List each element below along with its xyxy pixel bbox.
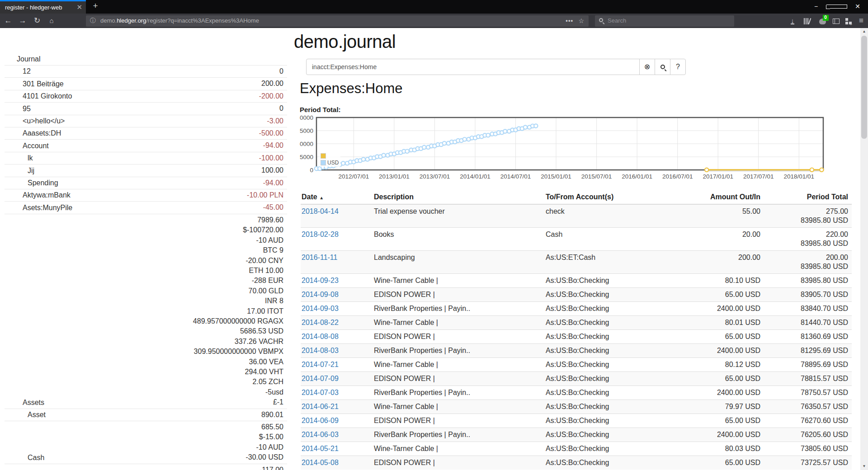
home-button[interactable]: ⌂ bbox=[45, 14, 58, 28]
cell-description: Landscaping bbox=[373, 251, 545, 274]
extension-badge: 0 bbox=[823, 15, 829, 21]
close-button[interactable]: ✕ bbox=[847, 0, 868, 13]
register-row[interactable]: 2014-05-21Wine-Tarner Cable |As:US:Bo:Ch… bbox=[301, 442, 852, 456]
sidebar-account-link[interactable]: 4101 Girokonto bbox=[23, 91, 72, 101]
sidebar-account-link[interactable]: Asets:MunyPile bbox=[23, 203, 72, 213]
balance-amount: 2.05 ZCH bbox=[123, 377, 283, 387]
register-row[interactable]: 2014-09-03RiverBank Properties | Payin..… bbox=[301, 302, 852, 316]
forward-button[interactable]: → bbox=[16, 14, 29, 28]
register-row[interactable]: 2014-06-03RiverBank Properties | Payin..… bbox=[301, 428, 852, 442]
register-row[interactable]: 2018-02-28BooksCash20.00220.0083985.80 U… bbox=[301, 228, 852, 251]
cell-period-total: 275.0083985.80 USD bbox=[764, 204, 852, 228]
balance-amount: 0 bbox=[123, 66, 283, 76]
sidebar-account-link[interactable]: Spending bbox=[28, 178, 58, 188]
col-header-date[interactable]: Date ▲ bbox=[301, 192, 373, 204]
cell-date: 2014-07-21 bbox=[301, 358, 373, 372]
bookmark-star-icon[interactable]: ☆ bbox=[578, 15, 584, 26]
downloads-icon[interactable]: ↓ bbox=[786, 14, 799, 28]
cell-date: 2014-07-09 bbox=[301, 372, 373, 386]
sidebar-account-link[interactable]: Cash bbox=[28, 453, 44, 463]
transaction-date-link[interactable]: 2014-06-03 bbox=[302, 431, 339, 438]
transaction-date-link[interactable]: 2016-11-11 bbox=[302, 254, 337, 261]
transaction-date-link[interactable]: 2014-06-21 bbox=[302, 403, 339, 410]
minimize-button[interactable]: − bbox=[806, 0, 826, 13]
balance-amount: 5686.53 USD bbox=[123, 326, 283, 336]
cell-date: 2014-08-22 bbox=[301, 316, 373, 330]
register-row[interactable]: 2014-08-08EDISON POWER |As:US:Bo:Checkin… bbox=[301, 330, 852, 344]
transaction-date-link[interactable]: 2014-09-23 bbox=[302, 277, 339, 284]
extension-icon[interactable]: 0 bbox=[816, 14, 829, 28]
search-input[interactable] bbox=[306, 59, 640, 75]
account-balance: -45.00 bbox=[123, 202, 287, 214]
transaction-date-link[interactable]: 2014-08-22 bbox=[302, 319, 339, 326]
transaction-date-link[interactable]: 2014-06-09 bbox=[302, 417, 339, 424]
transaction-date-link[interactable]: 2014-09-08 bbox=[302, 291, 339, 298]
transaction-date-link[interactable]: 2014-09-03 bbox=[302, 305, 339, 312]
col-header-period-total: Period Total bbox=[764, 192, 852, 204]
sidebar-account-link[interactable]: Asset bbox=[28, 410, 46, 420]
transaction-date-link[interactable]: 2014-08-03 bbox=[302, 347, 339, 354]
register-row[interactable]: 2014-09-23Wine-Tarner Cable |As:US:Bo:Ch… bbox=[301, 274, 852, 288]
sidebar-journal-link[interactable]: Journal bbox=[17, 54, 40, 64]
sidebar-account-link[interactable]: Account bbox=[23, 141, 49, 151]
transaction-date-link[interactable]: 2014-05-21 bbox=[302, 445, 339, 452]
transaction-date-link[interactable]: 2014-07-09 bbox=[302, 375, 339, 382]
sidebar-account-link[interactable]: <u>hello</u> bbox=[23, 116, 65, 126]
new-tab-button[interactable]: + bbox=[90, 1, 101, 11]
sidebar-account-link[interactable]: Assets bbox=[23, 398, 44, 408]
period-total-line: 76270.60 USD bbox=[765, 416, 848, 425]
library-icon[interactable] bbox=[800, 14, 814, 28]
transaction-date-link[interactable]: 2014-05-08 bbox=[302, 459, 339, 466]
period-total-line: 73805.60 USD bbox=[765, 444, 848, 453]
register-row[interactable]: 2014-08-03RiverBank Properties | Payin..… bbox=[301, 344, 852, 358]
register-row[interactable]: 2014-06-21Wine-Tarner Cable |As:US:Bo:Ch… bbox=[301, 400, 852, 414]
register-row[interactable]: 2016-11-11LandscapingAs:US:ET:Cash200.00… bbox=[301, 251, 852, 274]
browser-tab[interactable]: register - hledger-web ✕ bbox=[0, 0, 86, 14]
account-balance: 100.00 bbox=[123, 164, 287, 177]
site-info-icon[interactable]: ⓘ bbox=[90, 15, 96, 26]
sidebar-account-link[interactable]: 95 bbox=[23, 104, 31, 114]
tab-title: register - hledger-web bbox=[5, 4, 71, 11]
sidebar-account-link[interactable]: 301 Beiträge bbox=[23, 79, 64, 89]
register-row[interactable]: 2014-05-08EDISON POWER |As:US:Bo:Checkin… bbox=[301, 456, 852, 470]
transaction-date-link[interactable]: 2018-04-14 bbox=[302, 207, 339, 215]
url-bar[interactable]: ⓘ demo.hledger.org/register?q=inacct%3AE… bbox=[86, 15, 589, 27]
scroll-up-icon[interactable]: ▲ bbox=[860, 28, 868, 35]
extensions-grid-icon[interactable]: + bbox=[842, 14, 855, 28]
menu-icon[interactable]: ≡ bbox=[854, 14, 868, 28]
page-actions-icon[interactable]: ••• bbox=[566, 15, 573, 26]
transaction-date-link[interactable]: 2014-07-21 bbox=[302, 361, 339, 368]
scrollbar-thumb[interactable] bbox=[861, 36, 867, 139]
help-button[interactable]: ? bbox=[670, 59, 686, 75]
register-row[interactable]: 2014-06-09EDISON POWER |As:US:Bo:Checkin… bbox=[301, 414, 852, 428]
back-button[interactable]: ← bbox=[2, 14, 14, 28]
transaction-date-link[interactable]: 2014-08-08 bbox=[302, 333, 339, 340]
transaction-date-link[interactable]: 2018-02-28 bbox=[302, 230, 339, 238]
scroll-down-icon[interactable]: ▼ bbox=[860, 463, 868, 470]
cell-amount: 65.00 USD bbox=[646, 372, 764, 386]
tab-close-icon[interactable]: ✕ bbox=[76, 3, 82, 11]
clear-search-button[interactable]: ⊗ bbox=[639, 59, 655, 75]
sidebar-account-link[interactable]: Jij bbox=[28, 166, 34, 176]
sidebar-account-link[interactable]: 12 bbox=[23, 66, 31, 76]
sidebar-toggle-icon[interactable] bbox=[829, 14, 843, 28]
page-scrollbar[interactable]: ▲ ▼ bbox=[860, 28, 868, 470]
sidebar-account-link[interactable]: Aaasets:DH bbox=[23, 128, 61, 138]
register-row[interactable]: 2014-07-09EDISON POWER |As:US:Bo:Checkin… bbox=[301, 372, 852, 386]
register-row[interactable]: 2014-09-08EDISON POWER |As:US:Bo:Checkin… bbox=[301, 288, 852, 302]
register-row[interactable]: 2014-07-21Wine-Tarner Cable |As:US:Bo:Ch… bbox=[301, 358, 852, 372]
search-button[interactable] bbox=[655, 59, 670, 75]
register-row[interactable]: 2018-04-14Trial expense vouchercheck55.0… bbox=[301, 204, 852, 228]
register-row[interactable]: 2014-07-03RiverBank Properties | Payin..… bbox=[301, 386, 852, 400]
restore-button[interactable] bbox=[826, 0, 847, 13]
transaction-date-link[interactable]: 2014-07-03 bbox=[302, 389, 339, 396]
reload-button[interactable]: ↻ bbox=[31, 14, 43, 28]
sidebar-account-link[interactable]: lk bbox=[28, 153, 33, 163]
svg-text:2013/01/01: 2013/01/01 bbox=[379, 173, 410, 180]
sidebar-account-link[interactable]: Aktywa:mBank bbox=[23, 190, 71, 200]
register-row[interactable]: 2014-08-22Wine-Tarner Cable |As:US:Bo:Ch… bbox=[301, 316, 852, 330]
register-table: Date ▲ Description To/From Account(s) Am… bbox=[301, 192, 852, 470]
browser-search-field[interactable]: Search bbox=[595, 15, 734, 27]
balance-amount: -100.00 bbox=[123, 153, 283, 163]
sidebar-account-row: Aktywa:mBank-10.00 PLN bbox=[5, 189, 287, 202]
